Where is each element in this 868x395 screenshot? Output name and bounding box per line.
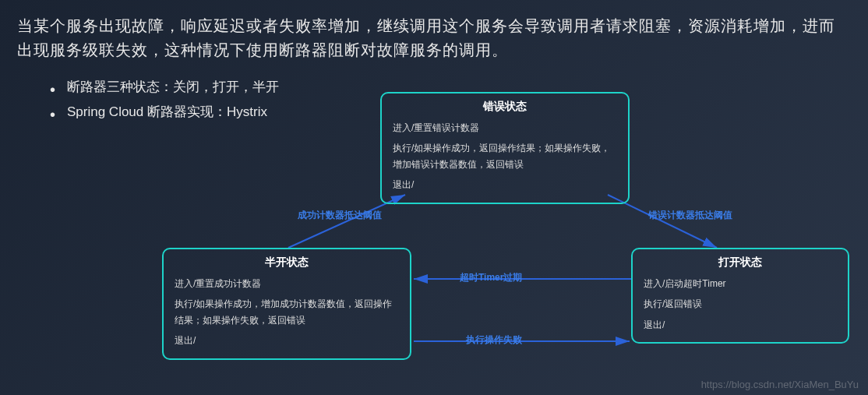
state-enter: 进入/重置错误计数器 — [393, 120, 617, 136]
state-exec: 执行/如果操作成功，返回操作结果；如果操作失败，增加错误计数器数值，返回错误 — [393, 140, 617, 172]
state-title: 打开状态 — [644, 256, 837, 270]
state-title: 半开状态 — [175, 256, 399, 270]
edge-error-threshold: 错误计数器抵达阈值 — [648, 209, 732, 222]
state-exit: 退出/ — [644, 317, 837, 333]
state-open: 打开状态 进入/启动超时Timer 执行/返回错误 退出/ — [631, 248, 849, 344]
state-half-open: 半开状态 进入/重置成功计数器 执行/如果操作成功，增加成功计数器数值，返回操作… — [162, 248, 411, 360]
state-diagram: 错误状态 进入/重置错误计数器 执行/如果操作成功，返回操作结果；如果操作失败，… — [0, 86, 868, 395]
state-exit: 退出/ — [175, 333, 399, 348]
state-error: 错误状态 进入/重置错误计数器 执行/如果操作成功，返回操作结果；如果操作失败，… — [380, 92, 630, 204]
edge-success-threshold: 成功计数器抵达阈值 — [298, 209, 382, 222]
state-title: 错误状态 — [393, 100, 617, 114]
state-exit: 退出/ — [393, 177, 617, 192]
edge-exec-fail: 执行操作失败 — [466, 333, 522, 347]
watermark: https://blog.csdn.net/XiaMen_BuYu — [701, 379, 859, 390]
state-exec: 执行/如果操作成功，增加成功计数器数值，返回操作结果；如果操作失败，返回错误 — [175, 296, 399, 328]
state-enter: 进入/启动超时Timer — [644, 276, 837, 291]
edge-timeout: 超时Timer过期 — [460, 271, 522, 284]
state-exec: 执行/返回错误 — [644, 296, 837, 312]
intro-text: 当某个服务出现故障，响应延迟或者失败率增加，继续调用这个服务会导致调用者请求阻塞… — [17, 14, 851, 62]
state-enter: 进入/重置成功计数器 — [175, 276, 399, 291]
